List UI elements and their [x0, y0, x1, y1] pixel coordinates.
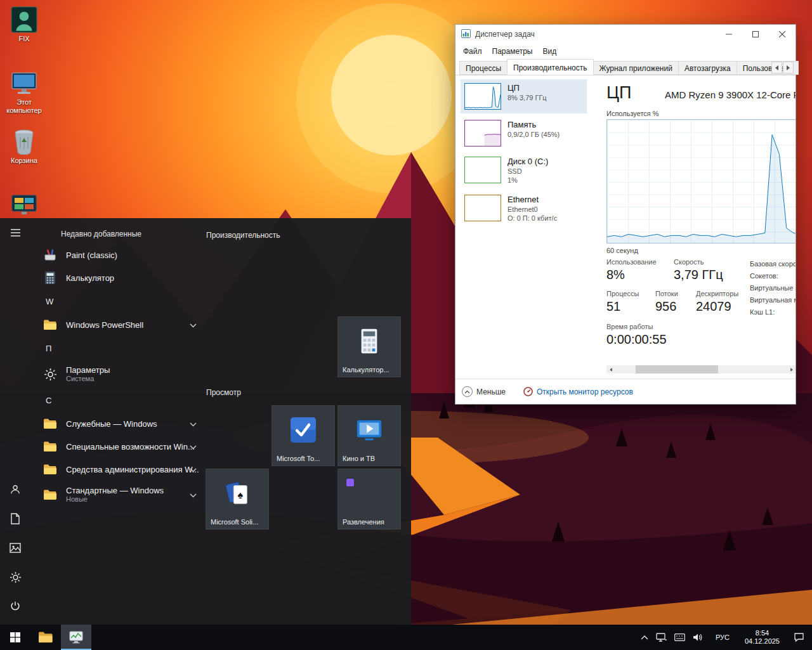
tile-group-label: Просмотр — [206, 388, 241, 397]
spec-label: Виртуальные процессоры: — [750, 282, 796, 294]
calculator-icon — [42, 270, 58, 286]
app-sublabel: Система — [66, 375, 110, 383]
clock[interactable]: 8:54 04.12.2025 — [738, 629, 786, 646]
sidebar-item-memory[interactable]: Память 0,9/2,0 ГБ (45%) — [461, 116, 587, 150]
folder-item-powershell[interactable]: Windows PowerShell — [30, 313, 206, 336]
computer-icon — [10, 71, 39, 96]
task-manager-footer: Меньше Открыть монитор ресурсов — [455, 379, 796, 404]
right-arrow-icon — [787, 65, 790, 70]
documents-button[interactable] — [0, 504, 30, 533]
stat-label: Дескрипторы — [696, 290, 738, 297]
menu-file[interactable]: Файл — [458, 45, 487, 58]
cpu-spec-labels: Базовая скорость: Сокетов: Виртуальные п… — [750, 258, 796, 318]
pictures-button[interactable] — [0, 533, 30, 562]
taskbar: РУС 8:54 04.12.2025 — [0, 625, 812, 650]
letter-header-s[interactable]: С — [30, 388, 206, 412]
network-tray-button[interactable] — [652, 625, 671, 650]
ethernet-minigraph-canvas — [465, 195, 501, 221]
scrollbar-track[interactable] — [615, 365, 787, 374]
settings-button[interactable] — [0, 562, 30, 592]
open-resource-monitor-link[interactable]: Открыть монитор ресурсов — [523, 387, 633, 396]
sidebar-item-disk[interactable]: Диск 0 (C:) SSD 1% — [461, 153, 587, 188]
window-title: Диспетчер задач — [475, 30, 716, 39]
sidebar-item-cpu[interactable]: ЦП 8% 3,79 ГГц — [461, 79, 587, 114]
app-item-calculator[interactable]: Калькулятор — [30, 266, 206, 289]
desktop-icon-fix[interactable]: FIX — [0, 6, 48, 43]
app-label: Paint (classic) — [66, 250, 117, 260]
task-manager-taskbar-button[interactable] — [61, 625, 91, 650]
folder-sublabel: Новые — [66, 495, 164, 504]
scrollbar-thumb[interactable] — [636, 365, 719, 374]
spec-label: Базовая скорость: — [750, 258, 796, 270]
stat-label: Использование — [606, 258, 674, 266]
tile-calculator[interactable]: Калькулятор... — [337, 316, 401, 377]
menu-view[interactable]: Вид — [537, 45, 561, 58]
tab-performance[interactable]: Производительность — [507, 59, 593, 75]
menu-options[interactable]: Параметры — [487, 45, 538, 58]
fewer-details-button[interactable]: Меньше — [462, 386, 506, 397]
cpu-stats: Использование 8% Скорость 3,79 ГГц Проце… — [606, 258, 738, 347]
app-item-settings[interactable]: Параметры Система — [30, 360, 206, 388]
file-explorer-button[interactable] — [30, 625, 61, 650]
tile-solitaire[interactable]: ♠ Microsoft Soli... — [206, 469, 269, 530]
cpu-usage-graph — [606, 119, 796, 244]
tile-label: Развлечения — [343, 518, 398, 526]
spec-label: Виртуальная машина: — [750, 294, 796, 306]
power-button[interactable] — [0, 592, 30, 621]
tab-app-history[interactable]: Журнал приложений — [593, 61, 679, 75]
horizontal-scrollbar[interactable] — [606, 365, 796, 374]
start-button[interactable] — [0, 625, 30, 650]
sidebar-item-title: ЦП — [508, 83, 547, 93]
tab-scroll-right-button[interactable] — [783, 62, 794, 74]
sidebar-item-ethernet[interactable]: Ethernet Ethernet0 О: 0 П: 0 кбит/с — [461, 191, 587, 226]
file-explorer-icon — [38, 631, 53, 644]
desktop-icon-this-pc[interactable]: Этот компьютер — [0, 71, 48, 115]
title-bar[interactable]: Диспетчер задач — [455, 25, 796, 44]
user-account-button[interactable] — [0, 475, 30, 504]
entertainment-icon — [346, 479, 354, 486]
right-arrow-icon — [790, 368, 793, 372]
scroll-right-button[interactable] — [787, 365, 796, 374]
letter-header-p[interactable]: П — [30, 336, 206, 360]
folder-item-accessories[interactable]: Стандартные — Windows Новые — [30, 481, 206, 509]
minimize-button[interactable] — [716, 25, 742, 44]
tile-label: Кино и ТВ — [343, 455, 398, 462]
display-settings-icon — [10, 193, 38, 218]
tile-entertainment[interactable]: Развлечения — [337, 469, 401, 530]
chevron-up-circle-icon — [462, 386, 473, 397]
language-indicator[interactable]: РУС — [707, 625, 738, 650]
tab-scroll-left-button[interactable] — [771, 62, 782, 74]
tab-processes[interactable]: Процессы — [459, 61, 508, 75]
performance-sidebar: ЦП 8% 3,79 ГГц Память 0,9/2,0 ГБ (45%) — [455, 75, 587, 379]
tray-expand-button[interactable] — [637, 625, 652, 650]
volume-tray-button[interactable] — [689, 625, 707, 650]
resource-monitor-label: Открыть монитор ресурсов — [537, 387, 633, 396]
app-label: Параметры — [66, 365, 110, 375]
chevron-down-icon — [190, 418, 197, 429]
letter-header-w[interactable]: W — [30, 289, 206, 313]
tile-microsoft-todo[interactable]: Microsoft To... — [272, 405, 335, 466]
task-manager-window: Диспетчер задач Файл Параметры Вид Проце… — [455, 24, 796, 405]
maximize-button[interactable] — [742, 25, 769, 44]
folder-item-accessibility[interactable]: Специальные возможности Win... — [30, 435, 206, 458]
notification-icon — [794, 632, 804, 642]
desktop-icon-recycle-bin[interactable]: Корзина — [0, 128, 48, 165]
app-item-paint[interactable]: Paint (classic) — [30, 244, 206, 266]
action-center-button[interactable] — [786, 625, 812, 650]
spec-label: Сокетов: — [750, 270, 796, 282]
desktop-icon-label: Корзина — [11, 157, 37, 165]
disk-minigraph-canvas — [465, 157, 501, 183]
desktop-icon-display[interactable] — [0, 193, 48, 219]
paint-icon — [42, 247, 58, 263]
user-photo-icon — [11, 6, 37, 33]
close-button[interactable] — [769, 25, 796, 44]
scroll-left-button[interactable] — [606, 365, 615, 374]
hamburger-menu-button[interactable] — [0, 218, 30, 247]
graph-top-label: Используется % — [606, 110, 659, 117]
folder-item-system-tools[interactable]: Служебные — Windows — [30, 412, 206, 435]
tab-startup[interactable]: Автозагрузка — [678, 61, 737, 75]
folder-item-admin-tools[interactable]: Средства администрирования W... — [30, 458, 206, 481]
keyboard-tray-button[interactable] — [671, 625, 689, 650]
tile-movies-tv[interactable]: Кино и ТВ — [337, 405, 401, 466]
uptime-label: Время работы — [606, 323, 738, 330]
